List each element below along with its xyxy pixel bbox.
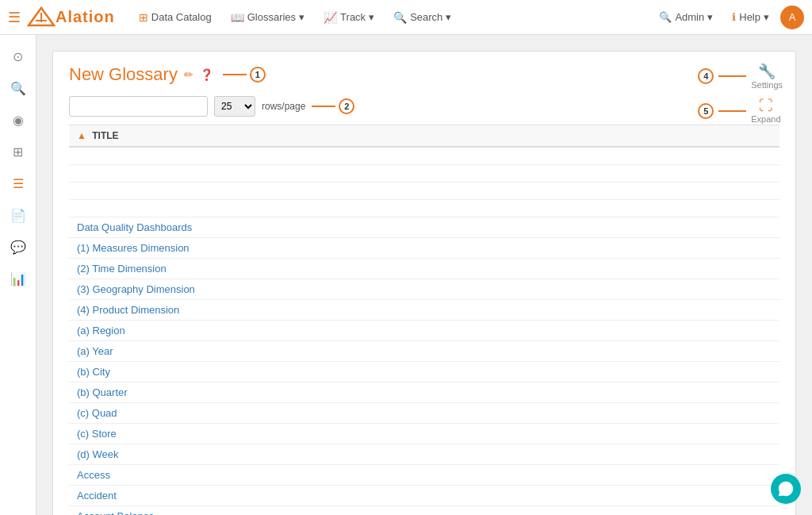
glossary-entry-link[interactable]: (c) Store <box>77 428 117 440</box>
rows-per-page-select[interactable]: 25 50 100 <box>214 96 255 117</box>
table-row-empty <box>69 147 779 164</box>
glossary-entry-link[interactable]: (1) Measures Dimension <box>77 242 190 254</box>
sidebar-item-chart[interactable]: 📊 <box>5 265 32 292</box>
hamburger-menu[interactable]: ☰ <box>8 9 21 26</box>
table-cell-title: (4) Product Dimension <box>69 299 779 320</box>
table-cell-title: (3) Geography Dimension <box>69 279 779 299</box>
sidebar-item-search[interactable]: 🔍 <box>5 75 32 102</box>
user-avatar[interactable]: A <box>780 6 804 29</box>
glossary-entry-link[interactable]: (b) City <box>77 366 110 378</box>
help-icon: ℹ <box>732 11 736 23</box>
title-column-header[interactable]: ▲ TITLE <box>69 125 779 148</box>
glossary-entry-link[interactable]: (3) Geography Dimension <box>77 283 195 295</box>
nav-track[interactable]: 📈 Track ▾ <box>316 6 382 29</box>
table-cell-title: (b) City <box>69 361 779 382</box>
table-cell-title: (c) Quad <box>69 402 779 423</box>
table-row: (c) Store <box>69 423 779 444</box>
table-row-empty <box>69 164 779 182</box>
sidebar-item-comment[interactable]: 💬 <box>5 233 32 260</box>
glossary-entry-link[interactable]: (a) Year <box>77 345 113 357</box>
sidebar-item-grid[interactable]: ⊞ <box>5 138 32 165</box>
track-icon: 📈 <box>324 11 337 24</box>
page-header: New Glossary ✏ ❓ 1 <box>69 64 779 85</box>
main-content: New Glossary ✏ ❓ 1 4 🔧 Settings 5 <box>36 35 812 515</box>
annotation-badge-1: 1 <box>250 67 266 83</box>
data-catalog-icon: ⊞ <box>139 11 148 24</box>
glossaries-label: Glossaries <box>247 11 296 23</box>
glossary-entry-link[interactable]: (c) Quad <box>77 407 117 419</box>
help-circle-icon[interactable]: ❓ <box>200 68 213 81</box>
table-row: (c) Quad <box>69 402 779 423</box>
table-row-empty <box>69 199 779 217</box>
table-cell-title: Data Quality Dashboards <box>69 217 779 237</box>
nav-glossaries[interactable]: 📖 Glossaries ▾ <box>223 6 312 29</box>
glossary-entry-link[interactable]: Data Quality Dashboards <box>77 221 192 233</box>
title-column-label: TITLE <box>92 130 118 141</box>
table-row: (2) Time Dimension <box>69 258 779 279</box>
track-arrow-icon: ▾ <box>369 11 374 23</box>
settings-button[interactable]: 🔧 Settings <box>751 63 783 90</box>
table-cell-title: (2) Time Dimension <box>69 258 779 279</box>
nav-right: 🔍 Admin ▾ ℹ Help ▾ A <box>651 6 804 29</box>
table-row-empty <box>69 182 779 199</box>
app-logo[interactable]: Alation <box>27 6 115 29</box>
glossary-entry-link[interactable]: Access <box>77 469 110 481</box>
chat-icon <box>777 480 795 498</box>
data-catalog-label: Data Catalog <box>151 11 212 23</box>
header-actions: 4 🔧 Settings 5 ⛶ Expand <box>698 63 783 124</box>
table-row: (a) Year <box>69 340 779 361</box>
track-label: Track <box>340 11 366 23</box>
table-cell-title: (d) Week <box>69 444 779 464</box>
logo-icon <box>27 6 56 29</box>
table-cell-title: Accident <box>69 485 779 505</box>
expand-button[interactable]: ⛶ Expand <box>751 98 780 124</box>
table-row: (d) Week <box>69 444 779 464</box>
settings-label: Settings <box>751 80 783 90</box>
nav-search[interactable]: 🔍 Search ▾ <box>385 6 459 29</box>
glossary-entry-link[interactable]: (2) Time Dimension <box>77 263 167 275</box>
glossary-entry-link[interactable]: (b) Quarter <box>77 386 128 398</box>
table-row: Accident <box>69 485 779 505</box>
search-input[interactable] <box>69 96 208 117</box>
sidebar-item-tag[interactable]: ◉ <box>5 106 32 133</box>
glossary-entry-link[interactable]: (d) Week <box>77 448 119 460</box>
admin-icon: 🔍 <box>659 11 672 23</box>
table-cell-title: Account Balance <box>69 505 779 515</box>
sidebar: ⊙ 🔍 ◉ ⊞ ☰ 📄 💬 📊 <box>0 35 36 515</box>
table-row: Account Balance <box>69 505 779 515</box>
annotation-4-line <box>718 75 746 77</box>
sidebar-item-list[interactable]: ☰ <box>5 170 32 197</box>
sidebar-item-document[interactable]: 📄 <box>5 202 32 229</box>
admin-arrow-icon: ▾ <box>707 11 713 23</box>
content-card: New Glossary ✏ ❓ 1 4 🔧 Settings 5 <box>52 51 796 515</box>
annotation-badge-5: 5 <box>698 103 714 119</box>
table-row: (a) Region <box>69 320 779 340</box>
glossary-entry-link[interactable]: Accident <box>77 490 117 502</box>
expand-action-group: 5 ⛶ Expand <box>698 98 783 124</box>
settings-wrench-icon: 🔧 <box>758 63 776 80</box>
table-cell-title: (c) Store <box>69 423 779 444</box>
glossary-entry-link[interactable]: Account Balance <box>77 510 155 516</box>
table-row: (b) City <box>69 361 779 382</box>
sort-asc-icon: ▲ <box>77 130 86 141</box>
nav-data-catalog[interactable]: ⊞ Data Catalog <box>131 6 220 29</box>
expand-label: Expand <box>751 114 780 124</box>
sidebar-item-home[interactable]: ⊙ <box>5 43 32 70</box>
chat-fab[interactable] <box>771 474 801 504</box>
help-menu[interactable]: ℹ Help ▾ <box>724 6 777 28</box>
expand-icon: ⛶ <box>759 98 773 114</box>
annotation-2-group: 2 <box>312 98 354 114</box>
glossary-entry-link[interactable]: (4) Product Dimension <box>77 304 179 316</box>
glossary-table: ▲ TITLE Data Quality Dashboards(1) Measu… <box>69 125 779 515</box>
table-row: Data Quality Dashboards <box>69 217 779 237</box>
table-body: Data Quality Dashboards(1) Measures Dime… <box>69 147 779 515</box>
table-row: Access <box>69 464 779 485</box>
table-cell-title: (a) Year <box>69 340 779 361</box>
admin-menu[interactable]: 🔍 Admin ▾ <box>651 6 721 28</box>
edit-icon[interactable]: ✏ <box>184 68 193 81</box>
glossaries-arrow-icon: ▾ <box>299 11 304 23</box>
admin-label: Admin <box>675 11 704 23</box>
table-cell-title: Access <box>69 464 779 485</box>
glossary-entry-link[interactable]: (a) Region <box>77 325 125 336</box>
annotation-badge-4: 4 <box>698 68 714 84</box>
